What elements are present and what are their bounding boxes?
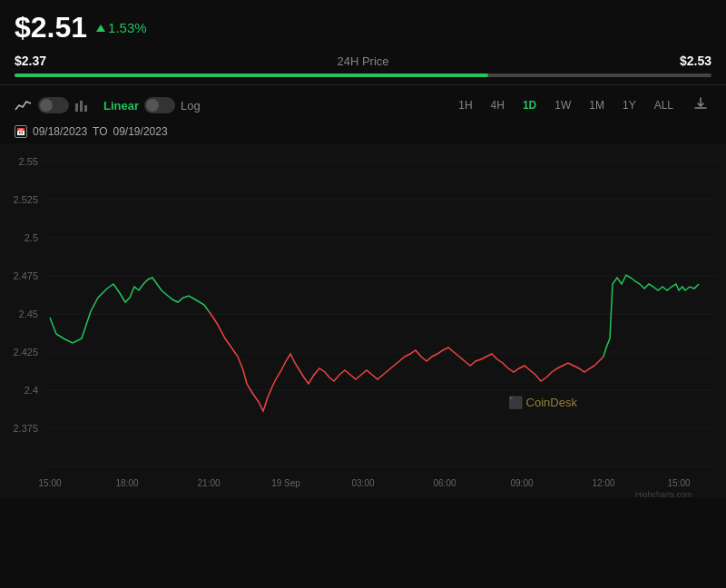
log-label: Log bbox=[181, 99, 201, 113]
svg-rect-0 bbox=[75, 103, 78, 112]
price-change: 1.53% bbox=[96, 20, 147, 35]
price-change-pct: 1.53% bbox=[108, 20, 147, 35]
linear-label: Linear bbox=[103, 99, 139, 113]
progress-bar-fill bbox=[15, 74, 488, 77]
chart-type-icons bbox=[15, 97, 91, 113]
progress-bar-container bbox=[15, 74, 711, 77]
toggle-group: Linear Log bbox=[103, 97, 201, 113]
svg-text:2.5: 2.5 bbox=[25, 232, 38, 243]
price-label-24h: 24H Price bbox=[69, 54, 657, 68]
linear-log-toggle[interactable] bbox=[144, 97, 175, 113]
price-chart-svg: 2.55 2.525 2.5 2.475 2.45 2.425 2.4 2.37… bbox=[0, 143, 726, 497]
svg-text:18:00: 18:00 bbox=[115, 478, 138, 488]
time-btn-all[interactable]: ALL bbox=[647, 96, 681, 114]
svg-text:2.4: 2.4 bbox=[25, 385, 38, 396]
svg-text:2.375: 2.375 bbox=[13, 423, 38, 434]
svg-text:15:00: 15:00 bbox=[667, 478, 690, 488]
time-buttons: 1H 4H 1D 1W 1M 1Y ALL bbox=[451, 96, 681, 114]
svg-text:06:00: 06:00 bbox=[433, 478, 456, 488]
svg-text:2.475: 2.475 bbox=[13, 270, 38, 281]
svg-text:12:00: 12:00 bbox=[592, 478, 614, 488]
time-btn-1y[interactable]: 1Y bbox=[615, 96, 643, 114]
time-btn-4h[interactable]: 4H bbox=[484, 96, 512, 114]
price-header: $2.51 1.53% bbox=[0, 0, 726, 50]
calendar-icon: 📅 bbox=[15, 125, 27, 138]
time-btn-1w[interactable]: 1W bbox=[547, 96, 578, 114]
controls-row: Linear Log 1H 4H 1D 1W 1M 1Y ALL bbox=[0, 89, 726, 122]
time-btn-1d[interactable]: 1D bbox=[515, 96, 544, 114]
price-bar-row: $2.37 24H Price $2.53 bbox=[0, 50, 726, 72]
svg-text:2.425: 2.425 bbox=[13, 347, 38, 358]
up-arrow-icon bbox=[96, 24, 105, 32]
svg-rect-2 bbox=[84, 105, 87, 112]
chart-toggle-switch[interactable] bbox=[38, 97, 69, 113]
toggle-knob bbox=[40, 99, 53, 112]
svg-text:2.45: 2.45 bbox=[19, 309, 38, 319]
svg-text:03:00: 03:00 bbox=[351, 478, 374, 488]
chart-area: 2.55 2.525 2.5 2.475 2.45 2.425 2.4 2.37… bbox=[0, 143, 726, 497]
date-to: 09/19/2023 bbox=[113, 125, 168, 138]
svg-text:2.55: 2.55 bbox=[19, 156, 38, 167]
svg-text:19 Sep: 19 Sep bbox=[271, 478, 300, 488]
bar-chart-icon[interactable] bbox=[74, 98, 91, 113]
svg-text:⬛ CoinDesk: ⬛ CoinDesk bbox=[508, 395, 577, 410]
toggle-knob-2 bbox=[146, 99, 159, 112]
svg-rect-3 bbox=[0, 143, 726, 497]
date-row: 📅 09/18/2023 TO 09/19/2023 bbox=[0, 122, 726, 140]
svg-text:09:00: 09:00 bbox=[510, 478, 533, 488]
price-high: $2.53 bbox=[657, 54, 711, 68]
line-chart-icon[interactable] bbox=[15, 98, 33, 113]
date-from: 09/18/2023 bbox=[33, 125, 87, 138]
download-btn[interactable] bbox=[690, 94, 711, 116]
svg-rect-1 bbox=[80, 101, 83, 112]
svg-text:2.525: 2.525 bbox=[13, 194, 38, 205]
current-price: $2.51 bbox=[15, 11, 87, 44]
svg-text:21:00: 21:00 bbox=[197, 478, 220, 488]
date-to-label: TO bbox=[93, 125, 107, 138]
divider bbox=[0, 84, 726, 85]
svg-text:15:00: 15:00 bbox=[38, 478, 61, 488]
svg-text:Highcharts.com: Highcharts.com bbox=[635, 490, 692, 497]
price-low: $2.37 bbox=[15, 54, 69, 68]
time-btn-1m[interactable]: 1M bbox=[582, 96, 612, 114]
time-btn-1h[interactable]: 1H bbox=[451, 96, 479, 114]
